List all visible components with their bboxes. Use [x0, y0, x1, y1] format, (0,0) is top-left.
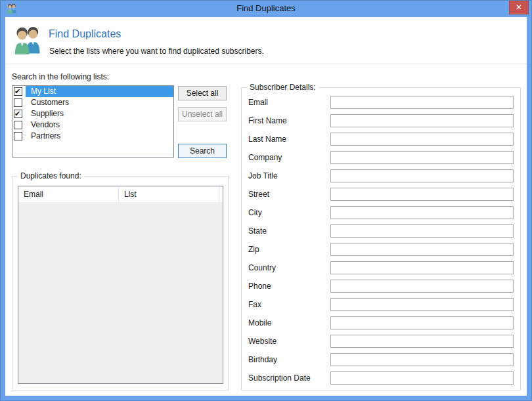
duplicates-found-group: Duplicates found: Email List [12, 176, 229, 390]
listview-header: Email List [18, 186, 223, 202]
field-row: Fax [242, 295, 520, 314]
field-input[interactable] [330, 188, 514, 201]
field-label: Job Title [248, 171, 328, 180]
duplicates-found-label: Duplicates found: [18, 171, 84, 180]
checkbox-icon[interactable] [14, 87, 22, 96]
field-label: Website [248, 337, 328, 346]
field-label: Street [248, 190, 328, 199]
field-label: City [248, 208, 328, 217]
field-row: Phone [242, 277, 520, 295]
close-button[interactable]: ✕ [509, 1, 529, 14]
field-label: Birthday [248, 355, 328, 364]
list-item[interactable]: Vendors [12, 119, 173, 131]
list-item-label[interactable]: Suppliers [26, 108, 173, 119]
search-lists-label: Search in the following lists: [12, 72, 109, 81]
find-duplicates-dialog: Find Duplicates ✕ Find Duplicates Select… [0, 0, 532, 401]
list-item[interactable]: Partners [12, 131, 173, 142]
field-row: Last Name [242, 130, 520, 148]
field-input[interactable] [330, 371, 514, 385]
field-input[interactable] [330, 298, 514, 311]
field-row: Mobile [242, 314, 520, 332]
field-row: Job Title [242, 167, 520, 185]
field-input[interactable] [330, 114, 514, 127]
search-button[interactable]: Search [178, 144, 227, 158]
list-item[interactable]: Suppliers [12, 108, 173, 119]
field-input[interactable] [330, 335, 514, 348]
field-label: Phone [248, 282, 328, 291]
header-band: Find Duplicates Select the lists where y… [5, 17, 527, 64]
column-header[interactable]: List [119, 186, 219, 202]
field-label: State [248, 226, 328, 236]
field-label: Subscription Date [248, 373, 328, 383]
field-input[interactable] [330, 316, 514, 329]
field-input[interactable] [330, 151, 514, 164]
field-row: State [242, 222, 520, 240]
list-item-label[interactable]: Partners [26, 131, 173, 142]
field-input[interactable] [330, 206, 514, 219]
page-subtitle: Select the lists where you want to find … [49, 47, 264, 56]
field-label: Last Name [248, 135, 328, 144]
close-icon: ✕ [516, 3, 522, 12]
column-header[interactable]: Email [18, 186, 119, 202]
field-input[interactable] [330, 261, 514, 274]
field-row: Website [242, 332, 520, 350]
page-title: Find Duplicates [49, 28, 121, 40]
checkbox-icon[interactable] [14, 132, 22, 140]
list-item[interactable]: Customers [12, 97, 173, 108]
field-input[interactable] [330, 96, 514, 109]
field-row: Street [242, 185, 520, 203]
field-label: Zip [248, 245, 328, 254]
field-input[interactable] [330, 353, 514, 366]
subscriber-details-group: Subscriber Details: Email First Name Las… [241, 87, 521, 390]
people-icon [12, 25, 43, 55]
duplicates-listview: Email List [18, 186, 223, 384]
field-label: Country [248, 263, 328, 272]
list-item-label[interactable]: My List [26, 86, 173, 97]
field-row: Company [242, 148, 520, 167]
dialog-content: Find Duplicates Select the lists where y… [5, 17, 527, 396]
field-label: First Name [248, 116, 328, 125]
list-item-label[interactable]: Customers [26, 97, 173, 108]
field-label: Company [248, 153, 328, 162]
field-label: Fax [248, 300, 328, 309]
subscriber-details-label: Subscriber Details: [247, 83, 319, 92]
checkbox-icon[interactable] [14, 121, 22, 129]
listview-body [18, 202, 223, 383]
field-row: Zip [242, 240, 520, 259]
titlebar[interactable]: Find Duplicates ✕ [0, 0, 532, 17]
field-input[interactable] [330, 169, 514, 182]
field-row: Birthday [242, 350, 520, 369]
field-row: Subscription Date [242, 369, 520, 387]
field-input[interactable] [330, 243, 514, 256]
field-input[interactable] [330, 280, 514, 293]
field-label: Email [248, 98, 328, 107]
field-input[interactable] [330, 133, 514, 146]
field-label: Mobile [248, 318, 328, 327]
field-row: First Name [242, 112, 520, 130]
checkbox-icon[interactable] [14, 110, 22, 118]
lists-checkbox-list[interactable]: My List Customers Suppliers Vendors [12, 85, 174, 158]
field-row: Email [242, 93, 520, 112]
window-title: Find Duplicates [0, 0, 532, 17]
unselect-all-button: Unselect all [178, 107, 227, 121]
select-all-button[interactable]: Select all [178, 86, 227, 100]
field-row: Country [242, 259, 520, 277]
checkbox-icon[interactable] [14, 98, 22, 107]
subscriber-fields: Email First Name Last Name Compa [242, 93, 520, 387]
field-row: City [242, 203, 520, 222]
field-input[interactable] [330, 224, 514, 238]
list-item-label[interactable]: Vendors [26, 119, 173, 131]
list-item[interactable]: My List [12, 86, 173, 97]
